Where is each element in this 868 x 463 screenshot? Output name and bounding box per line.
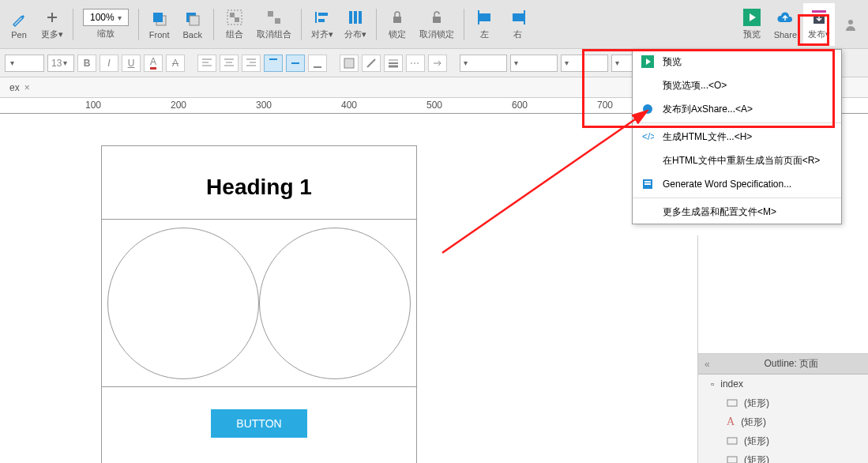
zoom-select[interactable]: 100%▾ [83, 9, 129, 26]
svg-rect-36 [314, 66, 321, 68]
unlock-icon [427, 8, 446, 27]
arrow-button[interactable] [428, 55, 447, 72]
collapse-icon[interactable]: « [705, 359, 710, 370]
outline-header[interactable]: « Outline: 页面 [698, 354, 868, 375]
underline-button[interactable]: U [122, 55, 141, 72]
y-pos-select[interactable]: ▾ [510, 55, 558, 72]
font-family-select[interactable]: ▾ [5, 55, 44, 72]
svg-rect-12 [349, 11, 352, 24]
distribute-tool[interactable]: 分布▾ [340, 3, 371, 46]
menu-label: 在HTML文件中重新生成当前页面<R> [663, 154, 820, 168]
circle-widget[interactable] [259, 228, 411, 379]
button-row: BUTTON [102, 387, 416, 438]
circle-widget[interactable] [107, 228, 259, 379]
ungroup-tool[interactable]: 取消组合 [252, 3, 296, 46]
publish-icon [810, 8, 829, 27]
outline-root[interactable]: ▫ index [698, 375, 868, 393]
menu-preview-options[interactable]: 预览选项...<O> [633, 73, 841, 97]
svg-rect-15 [393, 17, 401, 23]
lock-tool[interactable]: 锁定 [381, 3, 413, 46]
main-toolbar: Pen 更多▾ 100%▾ 缩放 Front Back 组合 取消组合 对齐▾ … [0, 0, 868, 49]
zoom-tool[interactable]: 100%▾ 缩放 [78, 3, 133, 46]
separator [138, 9, 139, 40]
valign-mid-button[interactable] [286, 55, 305, 72]
menu-regen-html[interactable]: 在HTML文件中重新生成当前页面<R> [633, 149, 841, 172]
outline-label: (矩形) [744, 454, 769, 464]
right-label: 右 [513, 28, 522, 40]
axshare-icon [641, 102, 655, 116]
circles-row [102, 220, 416, 387]
menu-gen-word[interactable]: Generate Word Specification... [633, 172, 841, 196]
ruler-tick: 200 [171, 100, 186, 111]
fill-button[interactable] [340, 55, 359, 72]
line-width-button[interactable] [384, 55, 403, 72]
outline-item[interactable]: (矩形) [698, 450, 868, 463]
bold-button[interactable]: B [77, 55, 96, 72]
pen-label: Pen [11, 30, 27, 40]
preview-tool[interactable]: 预览 [736, 3, 768, 46]
svg-rect-48 [727, 400, 737, 406]
menu-preview[interactable]: 预览 [633, 50, 841, 73]
outline-label: (矩形) [741, 416, 766, 429]
back-tool[interactable]: Back [177, 3, 209, 46]
front-label: Front [149, 30, 170, 40]
align-right-tool[interactable]: 右 [502, 3, 534, 46]
font-size-select[interactable]: 13▾ [47, 55, 74, 72]
svg-rect-1 [153, 13, 163, 22]
tab-close-icon[interactable]: × [24, 82, 30, 93]
front-tool[interactable]: Front [144, 3, 175, 46]
heading-widget[interactable]: Heading 1 [102, 146, 416, 220]
italic-button[interactable]: I [100, 55, 118, 72]
play-icon [742, 8, 761, 27]
pen-tool[interactable]: Pen [3, 3, 35, 46]
share-tool[interactable]: Share [769, 3, 802, 46]
ruler-tick: 100 [85, 100, 101, 111]
align-left-tool[interactable]: 左 [469, 3, 501, 46]
outline-label: (矩形) [744, 397, 769, 410]
x-pos-select[interactable]: ▾ [460, 55, 507, 72]
valign-bot-button[interactable] [308, 55, 327, 72]
lock-label: 锁定 [389, 28, 406, 40]
menu-gen-html[interactable]: </> 生成HTML文件...<H> [633, 125, 841, 149]
separator [464, 9, 464, 40]
align-tool[interactable]: 对齐▾ [306, 3, 338, 46]
line-color-button[interactable] [362, 55, 381, 72]
page-tab[interactable]: ex × [3, 81, 36, 95]
button-widget[interactable]: BUTTON [211, 409, 306, 438]
align-tc-button[interactable] [220, 55, 239, 72]
publish-tool[interactable]: 发布▾ [803, 3, 835, 46]
more-tool[interactable]: 更多▾ [36, 3, 68, 46]
w-sel[interactable]: ▾ [561, 55, 608, 72]
outline-item[interactable]: (矩形) [698, 431, 868, 450]
menu-more-gen[interactable]: 更多生成器和配置文件<M> [633, 200, 841, 224]
group-tool[interactable]: 组合 [219, 3, 250, 46]
svg-rect-5 [230, 13, 235, 17]
align-left-icon [475, 8, 494, 27]
ruler-tick: 600 [512, 100, 528, 111]
outline-item[interactable]: A (矩形) [698, 412, 868, 431]
line-style-button[interactable] [406, 55, 425, 72]
svg-rect-19 [524, 10, 525, 24]
svg-rect-20 [513, 13, 524, 21]
svg-point-43 [643, 104, 652, 114]
svg-rect-46 [644, 181, 651, 183]
menu-axshare[interactable]: 发布到AxShare...<A> [633, 97, 841, 121]
align-tl-button[interactable] [197, 55, 216, 72]
outline-item[interactable]: (矩形) [698, 393, 868, 412]
ruler-tick: 700 [597, 100, 613, 111]
unlock-tool[interactable]: 取消锁定 [415, 3, 459, 46]
svg-rect-8 [275, 18, 280, 24]
valign-top-button[interactable] [264, 55, 283, 72]
svg-rect-34 [269, 58, 277, 60]
outline-label: (矩形) [744, 435, 769, 448]
align-tr-button[interactable] [242, 55, 261, 72]
svg-rect-13 [354, 11, 357, 24]
artboard[interactable]: Heading 1 BUTTON [101, 145, 417, 463]
user-tool[interactable] [836, 3, 865, 46]
outer-color-button[interactable]: A [166, 55, 185, 72]
share-label: Share [774, 30, 797, 40]
cloud-icon [776, 9, 795, 28]
back-icon [183, 9, 202, 28]
menu-label: 预览 [663, 55, 682, 69]
font-color-button[interactable]: A [144, 55, 163, 72]
